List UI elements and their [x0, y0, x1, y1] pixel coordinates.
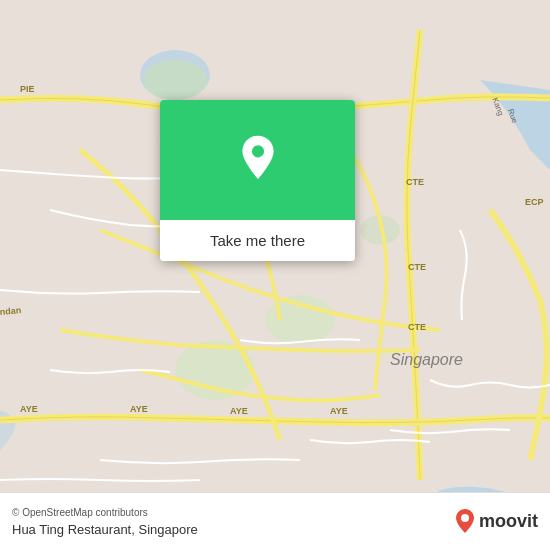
map-background: PIE CTE CTE CTE AYE AYE AYE AYE ECP ndan…: [0, 0, 550, 550]
place-name: Hua Ting Restaurant, Singapore: [12, 522, 198, 537]
svg-text:AYE: AYE: [130, 404, 148, 414]
svg-text:CTE: CTE: [406, 177, 424, 187]
svg-text:AYE: AYE: [230, 406, 248, 416]
svg-text:Singapore: Singapore: [390, 351, 463, 368]
moovit-pin-icon: [453, 508, 477, 536]
take-me-there-button[interactable]: Take me there: [160, 220, 355, 261]
svg-text:AYE: AYE: [20, 404, 38, 414]
svg-text:CTE: CTE: [408, 322, 426, 332]
svg-text:ECP: ECP: [525, 197, 544, 207]
svg-point-2: [143, 60, 207, 100]
svg-point-19: [251, 145, 263, 157]
svg-text:PIE: PIE: [20, 84, 35, 94]
bottom-bar: © OpenStreetMap contributors Hua Ting Re…: [0, 492, 550, 550]
svg-text:CTE: CTE: [408, 262, 426, 272]
svg-point-20: [461, 514, 469, 522]
svg-text:AYE: AYE: [330, 406, 348, 416]
popup-header: [160, 100, 355, 220]
moovit-logo: moovit: [453, 508, 538, 536]
location-popup: Take me there: [160, 100, 355, 261]
map-container: PIE CTE CTE CTE AYE AYE AYE AYE ECP ndan…: [0, 0, 550, 550]
moovit-logo-text: moovit: [479, 511, 538, 532]
svg-text:ndan: ndan: [0, 305, 22, 317]
location-pin-icon: [232, 134, 284, 186]
map-attribution: © OpenStreetMap contributors: [12, 507, 198, 518]
